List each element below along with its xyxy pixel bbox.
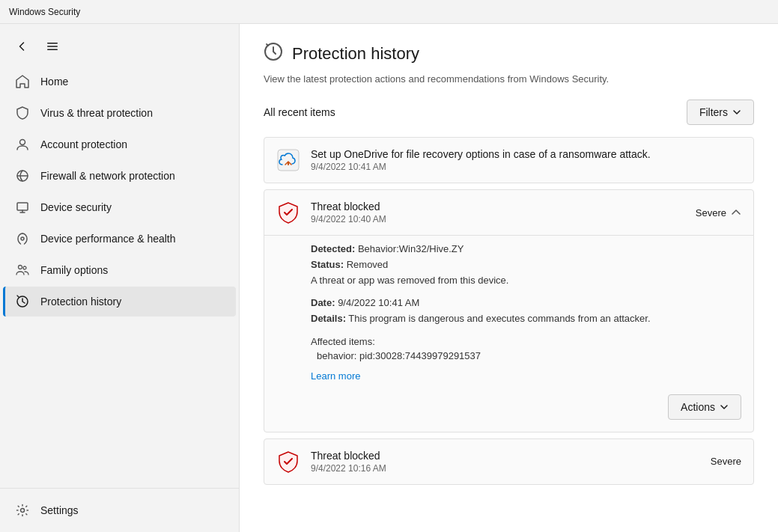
account-protection-icon — [15, 137, 30, 152]
history-title-1: Set up OneDrive for file recovery option… — [311, 148, 741, 160]
firewall-label: Firewall & network protection — [40, 170, 175, 182]
page-subtitle: View the latest protection actions and r… — [264, 73, 754, 85]
device-performance-label: Device performance & health — [40, 233, 176, 245]
shield-icon — [15, 106, 30, 120]
sidebar-bottom: Settings — [0, 488, 239, 526]
svg-point-3 — [20, 140, 25, 145]
home-label: Home — [40, 76, 68, 88]
virus-threat-label: Virus & threat protection — [40, 107, 153, 119]
device-security-label: Device security — [40, 201, 112, 213]
severity-badge-2: Severe — [711, 456, 741, 467]
history-title-2: Threat blocked — [311, 201, 685, 213]
home-icon — [15, 74, 30, 89]
history-item-onedrive: Set up OneDrive for file recovery option… — [264, 137, 754, 183]
account-protection-label: Account protection — [40, 138, 127, 150]
all-recent-label: All recent items — [264, 106, 335, 118]
firewall-icon — [15, 168, 30, 183]
sidebar-item-settings[interactable]: Settings — [3, 495, 236, 525]
app-title: Windows Security — [9, 7, 80, 17]
actions-label: Actions — [681, 401, 715, 413]
history-date-3: 9/4/2022 10:16 AM — [311, 463, 700, 474]
svg-point-8 — [23, 266, 26, 269]
svg-point-10 — [21, 509, 25, 513]
severity-label-2: Severe — [711, 456, 741, 467]
sidebar-item-device-security[interactable]: Device security — [3, 192, 236, 222]
detected-text: Detected: Behavior:Win32/Hive.ZY — [311, 242, 741, 257]
chevron-down-icon-actions — [720, 403, 729, 412]
sidebar-item-account-protection[interactable]: Account protection — [3, 129, 236, 159]
sidebar-item-firewall[interactable]: Firewall & network protection — [3, 161, 236, 191]
filters-button[interactable]: Filters — [687, 100, 754, 125]
device-performance-icon — [15, 231, 30, 246]
page-header-icon — [264, 42, 283, 66]
history-item-header-3: Threat blocked 9/4/2022 10:16 AM Severe — [264, 439, 753, 484]
sidebar-item-home[interactable]: Home — [3, 67, 236, 97]
history-item-header-2: Threat blocked 9/4/2022 10:40 AM Severe — [264, 190, 753, 235]
settings-label: Settings — [40, 504, 79, 516]
history-date-1: 9/4/2022 10:41 AM — [311, 162, 741, 172]
chevron-down-icon — [732, 108, 741, 117]
onedrive-icon — [276, 148, 300, 172]
status-message: A threat or app was removed from this de… — [311, 273, 741, 289]
family-options-label: Family options — [40, 264, 108, 276]
sidebar: Home Virus & threat protection Account p… — [0, 24, 240, 532]
history-item-threat-2: Threat blocked 9/4/2022 10:16 AM Severe — [264, 438, 754, 485]
history-item-threat-1: Threat blocked 9/4/2022 10:40 AM Severe … — [264, 189, 754, 432]
affected-items-label: Affected items: — [311, 334, 741, 350]
affected-items-list: behavior: pid:30028:74439979291537 — [317, 350, 741, 361]
hamburger-button[interactable] — [42, 36, 63, 57]
history-info-3: Threat blocked 9/4/2022 10:16 AM — [311, 450, 700, 474]
sidebar-item-device-performance[interactable]: Device performance & health — [3, 224, 236, 254]
history-title-3: Threat blocked — [311, 450, 700, 462]
app-container: Home Virus & threat protection Account p… — [0, 24, 778, 532]
actions-bar: Actions — [311, 394, 741, 420]
svg-point-6 — [21, 237, 24, 240]
content-area: Protection history View the latest prote… — [240, 24, 778, 532]
filters-bar: All recent items Filters — [264, 100, 754, 125]
details-message: Details: This program is dangerous and e… — [311, 311, 741, 327]
settings-icon — [15, 503, 30, 518]
threat-blocked-icon-1 — [276, 201, 300, 224]
svg-point-7 — [19, 266, 22, 269]
learn-more-link[interactable]: Learn more — [311, 370, 360, 382]
actions-button[interactable]: Actions — [668, 394, 741, 420]
svg-rect-13 — [288, 162, 289, 165]
severity-label-1: Severe — [696, 207, 726, 218]
date-detail-text: Date: 9/4/2022 10:41 AM — [311, 296, 741, 311]
sidebar-top — [0, 30, 239, 63]
history-info-1: Set up OneDrive for file recovery option… — [311, 148, 741, 172]
back-button[interactable] — [12, 36, 33, 57]
history-date-2: 9/4/2022 10:40 AM — [311, 214, 685, 224]
filters-label: Filters — [699, 106, 728, 118]
svg-rect-1 — [47, 46, 58, 47]
threat-details-expanded: Detected: Behavior:Win32/Hive.ZY Status:… — [264, 235, 753, 432]
device-security-icon — [15, 200, 30, 215]
status-text: Status: Removed — [311, 257, 741, 273]
page-title: Protection history — [292, 44, 419, 64]
history-info-2: Threat blocked 9/4/2022 10:40 AM — [311, 201, 685, 224]
family-options-icon — [15, 263, 30, 278]
title-bar: Windows Security — [0, 0, 778, 24]
severity-badge-1: Severe — [696, 207, 741, 218]
chevron-up-icon — [731, 207, 741, 218]
sidebar-item-family-options[interactable]: Family options — [3, 255, 236, 285]
svg-rect-2 — [47, 49, 58, 51]
threat-blocked-icon-2 — [276, 450, 300, 474]
history-item-header-1: Set up OneDrive for file recovery option… — [264, 138, 753, 183]
svg-rect-5 — [17, 203, 28, 210]
page-header: Protection history — [264, 42, 754, 66]
sidebar-item-virus-threat[interactable]: Virus & threat protection — [3, 98, 236, 128]
protection-history-icon — [15, 294, 30, 309]
affected-item-1: behavior: pid:30028:74439979291537 — [317, 350, 481, 361]
protection-history-label: Protection history — [40, 296, 121, 308]
sidebar-item-protection-history[interactable]: Protection history — [3, 287, 236, 317]
svg-rect-0 — [47, 43, 58, 44]
